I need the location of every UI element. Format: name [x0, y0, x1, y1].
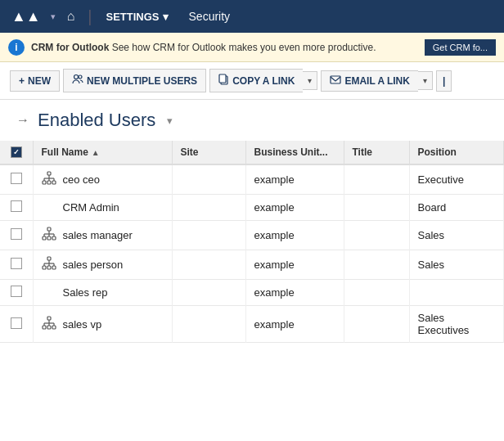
position-column-header[interactable]: Position [409, 141, 504, 164]
settings-menu[interactable]: SETTINGS ▾ [99, 7, 176, 27]
svg-point-0 [74, 75, 79, 79]
table-row[interactable]: sales personexampleSales [0, 250, 504, 280]
fullname-cell: sales vp [33, 306, 172, 343]
svg-rect-14 [47, 227, 51, 231]
row-checkbox[interactable] [11, 200, 22, 212]
select-all-checkbox[interactable] [11, 146, 22, 158]
title-cell [344, 250, 409, 280]
home-icon[interactable]: ⌂ [61, 9, 82, 24]
position-cell: Sales [409, 221, 504, 250]
more-button[interactable]: | [436, 70, 452, 92]
copy-link-dropdown-arrow[interactable]: ▾ [303, 71, 317, 90]
row-checkbox[interactable] [11, 317, 22, 329]
crm-outlook-banner: i CRM for Outlook See how CRM for Outloo… [0, 33, 504, 62]
business-unit-column-header[interactable]: Business Unit... [245, 141, 344, 164]
svg-rect-16 [47, 236, 51, 240]
user-hierarchy-icon [42, 171, 56, 188]
title-cell [344, 280, 409, 306]
table-row[interactable]: sales vpexampleSales Executives [0, 306, 504, 343]
title-label: Title [353, 146, 372, 158]
table-row[interactable]: Sales repexample [0, 280, 504, 306]
row-checkbox[interactable] [11, 286, 22, 297]
logo-chevron-icon[interactable]: ▾ [49, 11, 57, 22]
row-checkbox-cell[interactable] [0, 306, 33, 343]
fullname-value: ceo ceo [63, 173, 101, 186]
email-link-dropdown: EMAIL A LINK ▾ [321, 70, 433, 92]
title-cell [344, 164, 409, 195]
row-checkbox-cell[interactable] [0, 195, 33, 221]
banner-app-name: CRM for Outlook [31, 42, 109, 53]
fullname-cell: sales manager [33, 221, 172, 250]
email-link-label: EMAIL A LINK [344, 75, 410, 87]
copy-icon [218, 74, 229, 88]
site-label: Site [181, 146, 199, 158]
email-link-dropdown-arrow[interactable]: ▾ [418, 71, 433, 90]
banner-message: See how CRM for Outlook makes you even m… [112, 42, 376, 53]
svg-rect-5 [47, 172, 51, 175]
new-icon: + [19, 75, 25, 87]
svg-rect-25 [47, 266, 51, 269]
users-icon [72, 74, 83, 88]
svg-rect-4 [331, 76, 340, 83]
email-link-button[interactable]: EMAIL A LINK [321, 70, 418, 92]
select-all-column[interactable] [0, 141, 33, 164]
email-icon [330, 75, 341, 87]
row-checkbox[interactable] [11, 228, 22, 240]
security-label: Security [179, 10, 241, 23]
get-crm-button[interactable]: Get CRM fo... [425, 39, 496, 56]
table-row[interactable]: sales managerexampleSales [0, 221, 504, 250]
new-button[interactable]: + NEW [10, 70, 60, 92]
table-body: ceo ceoexampleExecutiveCRM AdminexampleB… [0, 164, 504, 343]
svg-rect-26 [52, 266, 56, 269]
title-cell [344, 221, 409, 250]
copy-link-button[interactable]: COPY A LINK [209, 69, 303, 92]
page-header: → Enabled Users ▾ [0, 100, 504, 137]
banner-text: CRM for Outlook See how CRM for Outlook … [31, 42, 418, 53]
row-checkbox-cell[interactable] [0, 221, 33, 250]
new-label: NEW [28, 75, 51, 87]
title-column-header[interactable]: Title [344, 141, 409, 164]
fullname-value: Sales rep [63, 286, 108, 299]
row-checkbox[interactable] [11, 173, 22, 184]
fullname-label: Full Name [42, 146, 88, 158]
pin-icon[interactable]: → [16, 113, 29, 128]
site-cell [172, 195, 245, 221]
fullname-column-header[interactable]: Full Name ▲ [33, 141, 172, 164]
title-cell [344, 306, 409, 343]
svg-rect-6 [43, 181, 46, 184]
fullname-value: sales person [63, 259, 124, 271]
svg-point-1 [79, 75, 82, 79]
copy-link-dropdown: COPY A LINK ▾ [209, 69, 317, 92]
position-cell: Sales [409, 250, 504, 280]
site-cell [172, 250, 245, 280]
top-navigation: ▲▲ ▾ ⌂ | SETTINGS ▾ Security [0, 0, 504, 33]
business-unit-label: Business Unit... [254, 146, 328, 158]
svg-rect-7 [47, 181, 51, 184]
row-checkbox-cell[interactable] [0, 164, 33, 195]
info-icon: i [8, 39, 25, 56]
fullname-cell: Sales rep [33, 280, 172, 306]
row-checkbox[interactable] [11, 258, 22, 269]
row-checkbox-cell[interactable] [0, 280, 33, 306]
table-row[interactable]: ceo ceoexampleExecutive [0, 164, 504, 195]
svg-rect-3 [219, 74, 226, 83]
svg-rect-33 [43, 326, 46, 329]
table-header: Full Name ▲ Site Business Unit... Title … [0, 141, 504, 164]
users-table: Full Name ▲ Site Business Unit... Title … [0, 141, 504, 343]
copy-link-label: COPY A LINK [232, 75, 295, 87]
fullname-value: sales manager [63, 229, 133, 241]
page-title-chevron-icon[interactable]: ▾ [167, 115, 173, 127]
app-logo[interactable]: ▲▲ [7, 8, 46, 25]
new-multiple-users-button[interactable]: NEW MULTIPLE USERS [63, 69, 206, 92]
business-unit-cell: example [245, 195, 344, 221]
fullname-cell: ceo ceo [33, 164, 172, 195]
new-multiple-label: NEW MULTIPLE USERS [87, 75, 197, 87]
settings-label: SETTINGS [106, 11, 160, 23]
table-row[interactable]: CRM AdminexampleBoard [0, 195, 504, 221]
settings-chevron-icon: ▾ [163, 11, 169, 23]
site-cell [172, 164, 245, 195]
row-checkbox-cell[interactable] [0, 250, 33, 280]
site-column-header[interactable]: Site [172, 141, 245, 164]
site-cell [172, 221, 245, 250]
position-cell: Sales Executives [409, 306, 504, 343]
